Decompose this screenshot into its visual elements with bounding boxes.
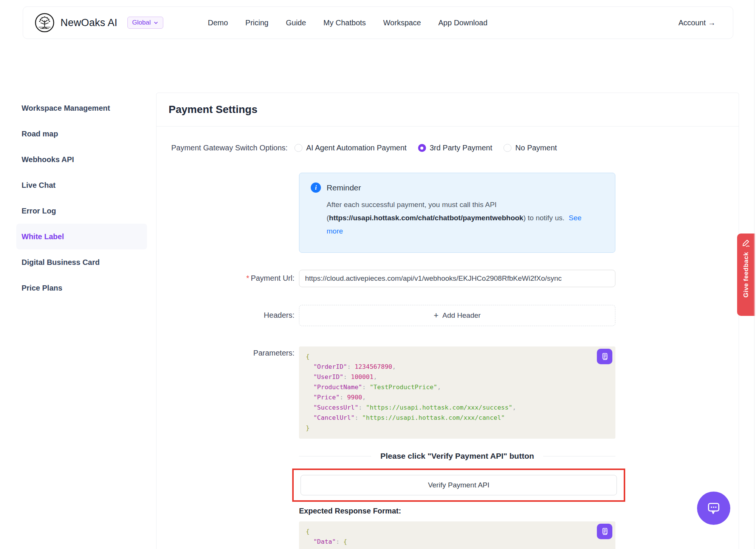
main-nav: DemoPricingGuideMy ChatbotsWorkspaceApp … (208, 19, 488, 27)
code-line: "CancelUrl": "https://usapi.hottask.com/… (306, 413, 609, 423)
gateway-options: AI Agent Automation Payment3rd Party Pay… (294, 144, 557, 152)
code-line: { (306, 351, 609, 362)
nav-item-guide[interactable]: Guide (286, 19, 306, 27)
reminder-alert: i Reminder After each successful payment… (299, 173, 615, 253)
code-line: "Price": 9900, (306, 392, 609, 402)
chat-widget-button[interactable] (697, 492, 730, 525)
reminder-title: Reminder (327, 183, 361, 192)
reminder-text: After each successful payment, you must … (327, 198, 584, 238)
code-line: "Data": { (306, 537, 609, 547)
code-line: { (306, 526, 609, 537)
nav-item-workspace[interactable]: Workspace (383, 19, 421, 27)
radio-unchecked-icon[interactable] (294, 144, 302, 152)
reminder-api-url: https://usapi.hottask.com/chat/chatbot/p… (329, 214, 523, 222)
radio-label: 3rd Party Payment (430, 144, 493, 152)
nav-item-app-download[interactable]: App Download (438, 19, 488, 27)
add-header-label: Add Header (442, 311, 480, 320)
account-label: Account (679, 19, 706, 27)
reminder-header: i Reminder (311, 182, 604, 193)
verify-hint: Please click "Verify Payment API" button (299, 451, 615, 461)
expected-response-code-block: { "Data": { "URL": "https://checkout.str… (299, 521, 615, 549)
sidebar-item-error-log[interactable]: Error Log (16, 198, 147, 224)
headers-label: Headers: (156, 311, 294, 320)
gateway-switch-row: Payment Gateway Switch Options: AI Agent… (171, 144, 557, 152)
expected-response-label: Expected Response Format: (299, 507, 401, 515)
annotation-red-box: Verify Payment API (292, 469, 625, 502)
nav-item-my-chatbots[interactable]: My Chatbots (324, 19, 366, 27)
sidebar: Workspace ManagementRoad mapWebhooks API… (16, 95, 147, 301)
brand-name: NewOaks AI (60, 17, 118, 29)
sidebar-item-white-label[interactable]: White Label (16, 224, 147, 249)
reminder-text-after: ) to notify us. (523, 214, 564, 222)
code-line: "SuccessUrl": "https://usapi.hottask.com… (306, 402, 609, 413)
info-icon: i (311, 182, 321, 193)
payment-settings-card: Payment Settings Payment Gateway Switch … (156, 93, 739, 549)
radio-ai-agent-automation-payment[interactable]: AI Agent Automation Payment (294, 144, 407, 152)
nav-item-demo[interactable]: Demo (208, 19, 228, 27)
give-feedback-tab[interactable]: Give feedback (737, 234, 755, 316)
parameters-code: { "OrderID": 1234567890, "UserID": 10000… (306, 351, 609, 433)
payment-url-label: *Payment Url: (156, 274, 294, 283)
chat-bubble-icon (705, 500, 722, 517)
gateway-label: Payment Gateway Switch Options: (171, 144, 288, 152)
page-edge-line (754, 0, 754, 549)
sidebar-item-price-plans[interactable]: Price Plans (16, 275, 147, 301)
card-body: Payment Gateway Switch Options: AI Agent… (156, 127, 739, 549)
code-line: } (306, 423, 609, 433)
sidebar-item-workspace-management[interactable]: Workspace Management (16, 95, 147, 121)
give-feedback-label: Give feedback (742, 252, 750, 297)
verify-hint-text: Please click "Verify Payment API" button (380, 452, 534, 461)
expected-response-code: { "Data": { "URL": "https://checkout.str… (306, 526, 609, 549)
card-header: Payment Settings (156, 93, 739, 127)
account-link[interactable]: Account→ (679, 19, 716, 27)
copy-icon[interactable] (597, 524, 612, 539)
radio-label: AI Agent Automation Payment (306, 144, 407, 152)
code-line: "URL": "https://checkout.stripe.com/xxxx… (306, 547, 609, 549)
radio-unchecked-icon[interactable] (503, 144, 511, 152)
plus-icon: + (434, 311, 438, 320)
radio-checked-icon[interactable] (418, 144, 426, 152)
parameters-label: Parameters: (156, 349, 294, 357)
parameters-code-block: { "OrderID": 1234567890, "UserID": 10000… (299, 346, 615, 439)
nav-item-pricing[interactable]: Pricing (245, 19, 268, 27)
radio-no-payment[interactable]: No Payment (503, 144, 557, 152)
sidebar-item-digital-business-card[interactable]: Digital Business Card (16, 249, 147, 275)
top-navbar: NewOaks AI Global DemoPricingGuideMy Cha… (23, 6, 733, 39)
chevron-down-icon (153, 20, 158, 25)
copy-icon[interactable] (597, 349, 612, 364)
page-title: Payment Settings (169, 104, 257, 116)
radio-3rd-party-payment[interactable]: 3rd Party Payment (418, 144, 493, 152)
code-line: "OrderID": 1234567890, (306, 362, 609, 372)
sidebar-item-road-map[interactable]: Road map (16, 121, 147, 147)
required-asterisk: * (246, 274, 249, 282)
sidebar-item-webhooks-api[interactable]: Webhooks API (16, 147, 147, 172)
brand-logo-icon (34, 12, 55, 33)
region-label: Global (132, 19, 151, 26)
region-selector[interactable]: Global (127, 17, 163, 29)
verify-payment-api-button[interactable]: Verify Payment API (301, 475, 617, 495)
payment-url-input[interactable] (299, 270, 615, 287)
arrow-right-icon: → (708, 19, 716, 27)
code-line: "ProductName": "TestProductPrice", (306, 382, 609, 392)
pencil-icon (742, 238, 751, 247)
add-header-button[interactable]: + Add Header (299, 305, 615, 326)
sidebar-item-live-chat[interactable]: Live Chat (16, 172, 147, 198)
code-line: "UserID": 100001, (306, 372, 609, 382)
radio-label: No Payment (515, 144, 557, 152)
